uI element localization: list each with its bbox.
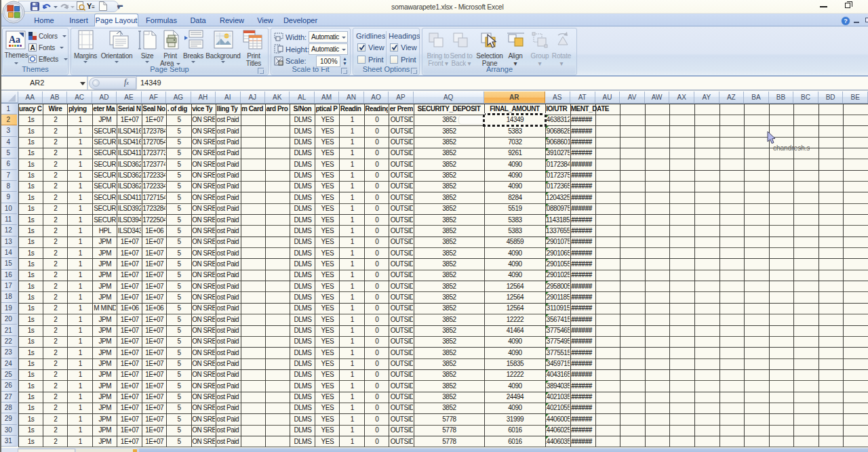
svg-text:A: A (30, 44, 35, 52)
svg-text:Aa: Aa (9, 35, 20, 45)
svg-text:?: ? (844, 18, 848, 24)
